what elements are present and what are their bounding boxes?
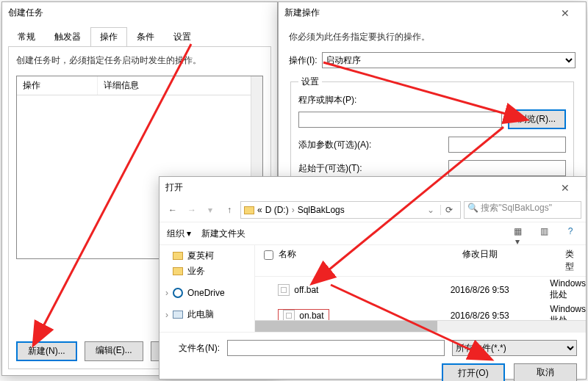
col-modified-header[interactable]: 修改日期 [456, 245, 559, 276]
onedrive-icon [173, 288, 183, 298]
nav-item-thispc[interactable]: ›此电脑 [159, 307, 254, 322]
address-dropdown-icon[interactable]: ⌄ [424, 205, 437, 215]
new-action-button[interactable]: 新建(N)... [16, 341, 77, 361]
new-action-title: 新建操作 [284, 7, 551, 19]
start-in-input[interactable] [448, 160, 566, 176]
search-placeholder: 搜索"SqlBakLogs" [481, 203, 552, 213]
cancel-button[interactable]: 取消 [514, 363, 577, 381]
file-filter-select[interactable]: 所有文件(*.*) [452, 340, 577, 356]
search-box[interactable]: 🔍 搜索"SqlBakLogs" [464, 201, 581, 219]
tab-triggers[interactable]: 触发器 [45, 27, 90, 46]
nav-item-onedrive[interactable]: ›OneDrive [159, 286, 254, 300]
tab-settings[interactable]: 设置 [164, 27, 201, 46]
open-dialog-toolbar: 组织 ▾ 新建文件夹 ▦ ▾ ▥ ? [159, 222, 586, 245]
nav-forward-icon[interactable]: → [183, 202, 199, 218]
action-type-row: 操作(I): 启动程序 [289, 52, 576, 68]
filename-label: 文件名(N): [168, 342, 220, 355]
open-button[interactable]: 打开(O) [442, 363, 505, 381]
open-file-dialog: 打开 ✕ ← → ▾ ↑ « D (D:) › SqlBakLogs ⌄ ⟳ 🔍… [159, 176, 587, 380]
folder-icon [173, 267, 183, 275]
breadcrumb-drive[interactable]: D (D:) [265, 205, 289, 215]
nav-item-folder2[interactable]: 业务 [159, 264, 254, 279]
nav-back-icon[interactable]: ← [164, 202, 180, 218]
start-in-label: 起始于(可选)(T): [298, 162, 442, 175]
pc-icon [173, 311, 183, 319]
open-dialog-body: 夏英柯 业务 ›OneDrive ›此电脑 名称 修改日期 类型 off.bat… [159, 245, 586, 332]
add-args-label: 添加参数(可选)(A): [298, 139, 442, 151]
col-name-header[interactable]: 名称 [273, 245, 456, 276]
col-type-header[interactable]: 类型 [559, 245, 586, 276]
add-args-row: 添加参数(可选)(A): [298, 137, 566, 153]
open-dialog-navbar: ← → ▾ ↑ « D (D:) › SqlBakLogs ⌄ ⟳ 🔍 搜索"S… [159, 198, 586, 222]
file-list-h-scrollbar[interactable] [255, 320, 586, 332]
open-dialog-close-icon[interactable]: ✕ [551, 182, 580, 194]
close-icon[interactable]: ✕ [551, 7, 580, 19]
filename-input[interactable] [227, 340, 445, 356]
chevron-right-icon: › [165, 310, 168, 320]
address-bar[interactable]: « D (D:) › SqlBakLogs ⌄ ⟳ [240, 201, 461, 219]
breadcrumb-folder[interactable]: SqlBakLogs [298, 205, 345, 215]
new-action-window: 新建操作 ✕ 你必须为此任务指定要执行的操作。 操作(I): 启动程序 设置 程… [278, 1, 587, 178]
file-row[interactable]: off.bat 2016/8/26 9:53 Windows 批处 [255, 277, 586, 302]
action-type-select[interactable]: 启动程序 [322, 52, 576, 68]
col-action-header[interactable]: 操作 [17, 76, 98, 95]
new-folder-button[interactable]: 新建文件夹 [201, 228, 245, 240]
bat-file-icon [278, 284, 290, 296]
folder-icon [244, 206, 254, 214]
new-action-titlebar: 新建操作 ✕ [279, 2, 586, 23]
preview-pane-icon[interactable]: ▥ [536, 225, 552, 242]
help-icon[interactable]: ? [562, 225, 578, 242]
nav-item-folder1[interactable]: 夏英柯 [159, 248, 254, 264]
nav-recent-icon[interactable]: ▾ [202, 202, 218, 218]
folder-icon [173, 252, 183, 260]
tab-conditions[interactable]: 条件 [127, 27, 164, 46]
program-label: 程序或脚本(P): [298, 94, 566, 106]
create-task-title: 创建任务 [8, 7, 271, 19]
open-dialog-buttons: 打开(O) 取消 [168, 363, 577, 381]
open-dialog-bottombar: 文件名(N): 所有文件(*.*) 打开(O) 取消 [159, 332, 586, 381]
edit-action-button[interactable]: 编辑(E)... [85, 341, 143, 361]
chevron-right-icon: › [292, 205, 295, 215]
search-icon: 🔍 [467, 203, 478, 213]
address-refresh-icon[interactable]: ⟳ [440, 205, 457, 215]
navigation-pane[interactable]: 夏英柯 业务 ›OneDrive ›此电脑 [159, 245, 255, 332]
checkbox-header[interactable] [255, 245, 273, 276]
action-settings-legend: 设置 [298, 76, 322, 88]
actions-listview-header: 操作 详细信息 [17, 76, 262, 95]
file-list-header: 名称 修改日期 类型 [255, 245, 586, 277]
chevron-right-icon: › [165, 288, 168, 298]
create-task-tabs: 常规 触发器 操作 条件 设置 [8, 27, 271, 47]
filename-row: 文件名(N): 所有文件(*.*) [168, 340, 577, 356]
browse-button[interactable]: 浏览(R)... [508, 109, 566, 129]
add-args-input[interactable] [448, 137, 566, 153]
breadcrumb-ll[interactable]: « [257, 205, 262, 215]
file-list-pane[interactable]: 名称 修改日期 类型 off.bat 2016/8/26 9:53 Window… [255, 245, 586, 332]
open-dialog-titlebar: 打开 ✕ [159, 177, 586, 198]
open-dialog-title: 打开 [165, 181, 551, 194]
create-task-titlebar: 创建任务 [2, 2, 277, 23]
tab-general[interactable]: 常规 [8, 27, 45, 46]
nav-up-icon[interactable]: ↑ [221, 202, 237, 218]
tab-actions[interactable]: 操作 [90, 27, 127, 46]
start-in-row: 起始于(可选)(T): [298, 160, 566, 176]
organize-menu[interactable]: 组织 ▾ [167, 228, 191, 240]
new-action-hint: 你必须为此任务指定要执行的操作。 [289, 31, 576, 43]
col-details-header[interactable]: 详细信息 [98, 76, 262, 95]
program-script-input[interactable] [298, 112, 502, 128]
actions-hint: 创建任务时，必须指定任务启动时发生的操作。 [16, 54, 263, 67]
view-options-icon[interactable]: ▦ ▾ [509, 225, 526, 242]
action-type-label: 操作(I): [289, 54, 318, 67]
program-row: 浏览(R)... [298, 109, 566, 129]
